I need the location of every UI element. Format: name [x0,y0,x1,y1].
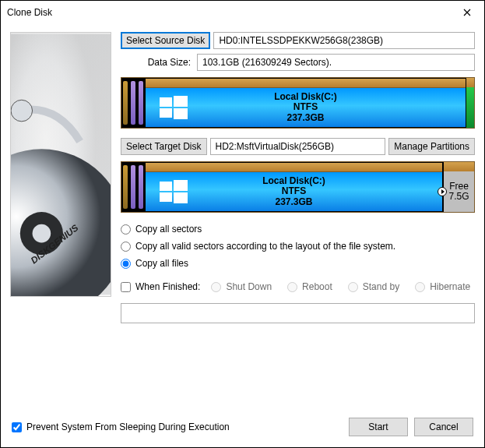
start-button[interactable]: Start [349,418,408,436]
free-space-segment: Free7.5G [443,162,474,212]
target-part-fs: NTFS [262,186,325,196]
svg-rect-11 [174,180,188,191]
prevent-sleep-checkbox[interactable]: Prevent System From Sleeping During Exec… [12,422,230,432]
hibernate-radio: Hibernate [415,281,470,292]
copy-all-files-radio[interactable]: Copy all files [121,258,475,269]
svg-rect-8 [160,108,172,118]
cancel-button[interactable]: Cancel [414,418,473,436]
data-size-field: 103.1GB (216309249 Sectors). [197,54,475,71]
svg-point-3 [33,224,51,243]
select-target-disk-button[interactable]: Select Target Disk [121,138,207,155]
copy-valid-sectors-radio[interactable]: Copy all valid sectors according to the … [121,241,475,252]
svg-rect-12 [160,192,172,202]
manage-partitions-button[interactable]: Manage Partitions [388,138,475,155]
when-finished-checkbox[interactable]: When Finished: [121,281,200,292]
svg-rect-9 [174,108,188,119]
svg-rect-6 [160,97,172,107]
select-source-disk-button[interactable]: Select Source Disk [121,32,210,49]
source-disk-field[interactable]: HD0:INTELSSDPEKKW256G8(238GB) [213,32,475,49]
close-button[interactable] [449,1,484,24]
status-box [121,303,475,323]
standby-radio: Stand by [348,281,399,292]
resize-handle[interactable] [438,187,447,196]
svg-rect-7 [174,96,188,107]
shutdown-radio: Shut Down [211,281,272,292]
target-part-size: 237.3GB [262,197,325,207]
titlebar: Clone Disk [1,1,484,24]
reboot-radio: Reboot [287,281,332,292]
reserved-stripes [121,78,145,128]
svg-rect-13 [174,192,188,203]
copy-all-sectors-radio[interactable]: Copy all sectors [121,224,475,235]
data-size-label: Data Size: [121,57,194,68]
target-disk-field[interactable]: HD2:MsftVirtualDisk(256GB) [210,138,386,155]
reserved-stripes [121,162,145,212]
svg-rect-10 [160,182,172,191]
source-disk-bar: Local Disk(C:) NTFS 237.3GB [121,77,475,129]
windows-icon [158,177,189,210]
disk-image-sidebar: DISKGENIUS [10,32,111,297]
windows-icon [158,93,189,126]
svg-point-4 [11,100,33,122]
source-part-size: 237.3GB [274,113,337,123]
source-part-fs: NTFS [274,102,337,112]
window-title: Clone Disk [7,7,449,18]
target-disk-bar: Local Disk(C:) NTFS 237.3GB Free7.5G [121,161,475,213]
close-icon [463,9,471,16]
